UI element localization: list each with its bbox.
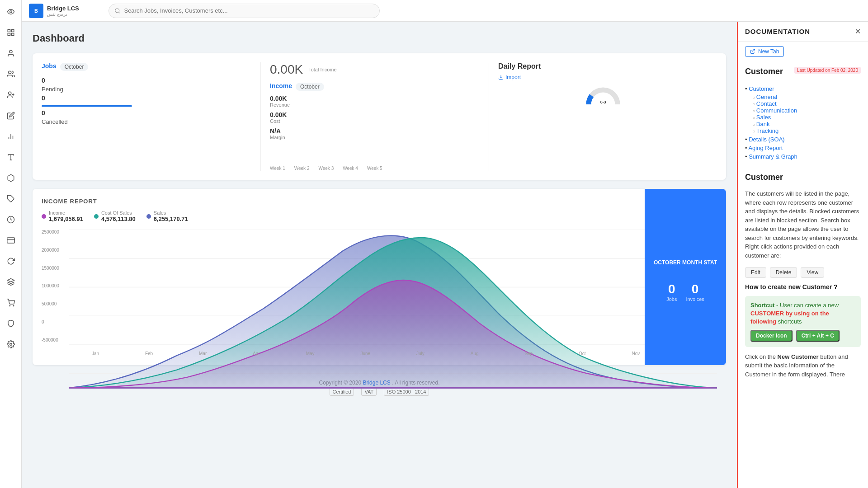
sidebar-icon-refresh[interactable] (5, 255, 17, 267)
sidebar-icon-people[interactable] (5, 68, 17, 80)
y-500000: 500000 (42, 301, 69, 306)
new-tab-label: New Tab (758, 48, 779, 55)
brand-logo: B (29, 4, 43, 18)
jobs-cancelled-label: Cancelled (42, 118, 251, 125)
new-tab-icon (750, 49, 755, 54)
week2-label: Week 2 (294, 166, 310, 171)
x-axis: Jan Feb Mar Apr May June July Aug Sep Oc… (69, 351, 717, 356)
jobs-pending-value: 0 (42, 77, 251, 84)
svg-point-20 (9, 305, 10, 306)
legend-sales-label: Sales (154, 210, 188, 216)
svg-point-21 (13, 305, 14, 306)
doc-nav-communication-link[interactable]: Communication (756, 107, 797, 114)
doc-new-tab-link[interactable]: New Tab (745, 46, 784, 57)
doc-nav-general-link[interactable]: General (756, 94, 777, 100)
sidebar-icon-clock[interactable] (5, 213, 17, 226)
doc-kbd-ctrl[interactable]: Ctrl + Alt + C (796, 330, 840, 342)
brand-text: Bridge LCS بريدج لنس (47, 5, 79, 17)
sidebar-icon-person[interactable] (5, 47, 17, 60)
doc-header: DOCUMENTATION ✕ (738, 22, 868, 42)
svg-line-24 (118, 12, 119, 13)
doc-nav-summary: Summary & Graph (745, 153, 861, 160)
doc-nav-details-link[interactable]: Details (SOA) (749, 136, 784, 143)
import-button[interactable]: Import (498, 74, 708, 80)
doc-nav-contact-link[interactable]: Contact (756, 100, 777, 107)
sidebar-icon-chart[interactable] (5, 130, 17, 143)
jobs-period-pill[interactable]: October (60, 63, 89, 71)
legend-income-value: 1,679,056.91 (49, 216, 83, 222)
jobs-pending-label: Pending (42, 86, 251, 93)
income-period-pill[interactable]: October (296, 83, 324, 91)
stats-row: Jobs October 0 Pending 0 0 Cancelled (33, 53, 726, 180)
daily-report-title: Daily Report (498, 62, 708, 70)
dashboard: Dashboard Jobs October 0 Pending 0 0 (22, 22, 737, 488)
sidebar-icon-gear[interactable] (5, 338, 17, 351)
doc-nav-customer-link[interactable]: Customer (749, 85, 774, 92)
doc-kbd-docker[interactable]: Docker Icon (750, 330, 793, 342)
y-1000000: 1000000 (42, 283, 69, 288)
gauge-container: 0-3 (498, 84, 708, 107)
oct-invoices-stat: 0 Invoices (686, 282, 704, 302)
sidebar-icon-tag[interactable] (5, 192, 17, 205)
chart-legend: Income 1,679,056.91 Cost Of Sales 4,576,… (42, 210, 717, 222)
doc-edit-button[interactable]: Edit (745, 267, 766, 278)
doc-nav-sales-link[interactable]: Sales (756, 114, 771, 121)
svg-rect-4 (8, 33, 10, 36)
x-may: May (306, 351, 315, 356)
sidebar-icon-grid[interactable] (5, 26, 17, 39)
doc-nav-customer: Customer General Contact Communication S… (745, 85, 861, 134)
content-area: Dashboard Jobs October 0 Pending 0 0 (22, 22, 868, 488)
doc-nav-tracking-link[interactable]: Tracking (756, 127, 778, 134)
doc-nav-summary-link[interactable]: Summary & Graph (749, 153, 797, 160)
sidebar-icon-text[interactable] (5, 151, 17, 164)
daily-report-section: Daily Report Import 0-3 (489, 62, 717, 171)
x-mar: Mar (199, 351, 207, 356)
income-cost-label: Cost (270, 118, 480, 124)
doc-shortcut-title: Shortcut (750, 302, 774, 309)
sidebar-icon-person-add[interactable] (5, 89, 17, 101)
x-oct: Oct (579, 351, 586, 356)
sidebar-icon-eye[interactable] (5, 5, 17, 18)
doc-shortcut-desc-start: - User can create a new (776, 302, 839, 309)
income-items: 0.00K Revenue 0.00K Cost N/A Margin (270, 95, 480, 140)
jobs-section: Jobs October 0 Pending 0 0 Cancelled (42, 62, 261, 171)
income-report: INCOME REPORT Income 1,679,056.91 Cost O… (33, 189, 726, 365)
legend-cos: Cost Of Sales 4,576,113.80 (94, 210, 136, 222)
documentation-panel: DOCUMENTATION ✕ New Tab Customer Last Up… (737, 22, 868, 488)
sidebar-icon-edit[interactable] (5, 109, 17, 122)
doc-nav-general: General (752, 94, 861, 100)
doc-view-button[interactable]: View (801, 267, 824, 278)
week4-label: Week 4 (343, 166, 358, 171)
svg-point-6 (8, 71, 11, 74)
doc-nav-details: Details (SOA) (745, 136, 861, 143)
main-container: B Bridge LCS بريدج لنس Dashboard Jobs Oc… (22, 0, 868, 488)
doc-customer-desc-title: Customer (745, 173, 861, 182)
doc-delete-button[interactable]: Delete (770, 267, 797, 278)
sidebar-icon-layers[interactable] (5, 276, 17, 288)
income-margin-value: N/A (270, 127, 480, 135)
sidebar-icon-cart[interactable] (5, 296, 17, 309)
sidebar-icon-box[interactable] (5, 172, 17, 184)
search-input[interactable] (124, 7, 374, 14)
jobs-items: 0 Pending 0 0 Cancelled (42, 77, 251, 125)
x-jan: Jan (92, 351, 99, 356)
doc-shortcut-box: Shortcut - User can create a new CUSTOME… (745, 296, 861, 347)
income-label: Income (270, 82, 292, 89)
x-apr: Apr (253, 351, 260, 356)
doc-close-button[interactable]: ✕ (855, 27, 861, 36)
search-bar[interactable] (108, 4, 380, 18)
oct-jobs-stat: 0 Jobs (666, 282, 677, 302)
legend-cos-value: 4,576,113.80 (101, 216, 136, 222)
svg-rect-1 (8, 29, 10, 32)
svg-line-34 (752, 50, 755, 52)
doc-nav-aging-link[interactable]: Aging Report (748, 145, 783, 151)
topnav: B Bridge LCS بريدج لنس (22, 0, 868, 22)
doc-more-highlight: New Customer (778, 353, 819, 360)
oct-invoices-value: 0 (692, 282, 699, 296)
sidebar-icon-shield[interactable] (5, 317, 17, 330)
oct-jobs-label: Jobs (666, 296, 677, 302)
x-june: June (360, 351, 370, 356)
sidebar-icon-card[interactable] (5, 234, 17, 247)
doc-shortcut-desc: Shortcut - User can create a new CUSTOME… (750, 301, 855, 326)
doc-nav-bank-link[interactable]: Bank (756, 121, 770, 127)
